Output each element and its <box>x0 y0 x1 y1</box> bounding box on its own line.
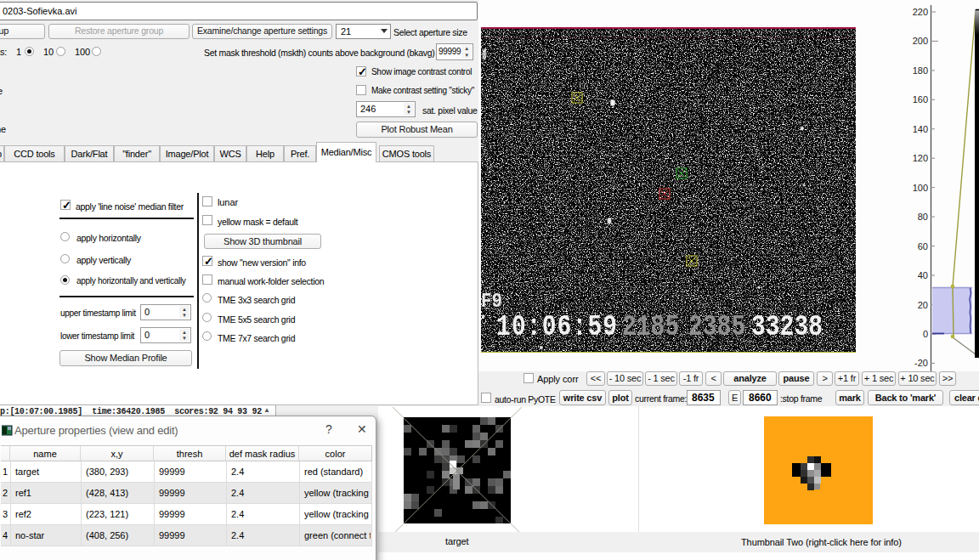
svg-text:100: 100 <box>913 183 928 193</box>
svg-text:20: 20 <box>918 300 928 310</box>
svg-text:140: 140 <box>913 124 928 134</box>
svg-text:60: 60 <box>918 241 928 252</box>
svg-text:0: 0 <box>923 329 928 339</box>
svg-text:220: 220 <box>913 7 928 17</box>
svg-text:160: 160 <box>913 94 928 105</box>
svg-text:-20: -20 <box>914 358 928 368</box>
svg-text:80: 80 <box>918 212 928 222</box>
svg-text:200: 200 <box>913 36 928 46</box>
svg-text:180: 180 <box>913 65 928 76</box>
svg-text:120: 120 <box>913 153 928 163</box>
svg-text:40: 40 <box>918 270 928 280</box>
